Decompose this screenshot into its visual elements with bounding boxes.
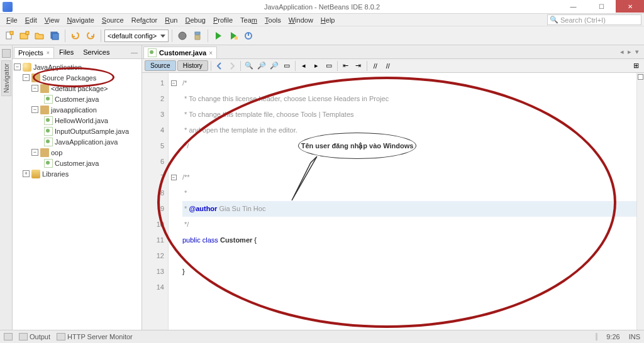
uncomment-button[interactable]: //: [382, 60, 394, 72]
menu-profile[interactable]: Profile: [209, 15, 236, 25]
http-monitor-button[interactable]: HTTP Server Monitor: [57, 333, 133, 340]
debug-button[interactable]: [226, 29, 240, 43]
tree-item-root[interactable]: JavaApplication: [33, 63, 82, 71]
tree-toggle[interactable]: −: [31, 85, 38, 92]
menu-source[interactable]: Source: [98, 15, 128, 25]
tab-list-icon[interactable]: ▾: [635, 48, 639, 56]
menu-window[interactable]: Window: [285, 15, 317, 25]
save-all-button[interactable]: [48, 29, 62, 43]
new-file-button[interactable]: [3, 29, 16, 43]
redo-button[interactable]: [84, 29, 97, 43]
nav-back-button[interactable]: [214, 60, 225, 72]
menu-debug[interactable]: Debug: [181, 15, 209, 25]
code-content[interactable]: /* * To change this license header, choo…: [179, 73, 636, 330]
shift-right-button[interactable]: ⇥: [353, 60, 364, 72]
status-insert-mode: INS: [629, 333, 640, 340]
panel-tabs: Projects× Files Services —: [13, 45, 142, 59]
svg-point-6: [179, 32, 186, 40]
open-button[interactable]: [33, 29, 47, 43]
menu-run[interactable]: Run: [161, 15, 181, 25]
fold-toggle[interactable]: −: [171, 175, 177, 180]
tab-scroll-right-icon[interactable]: ▸: [628, 48, 631, 56]
tree-item-libs[interactable]: Libraries: [42, 170, 69, 178]
menu-file[interactable]: File: [3, 15, 21, 25]
svg-rect-8: [235, 36, 238, 40]
tab-scroll-left-icon[interactable]: ◂: [620, 48, 624, 56]
package-icon: [40, 84, 49, 93]
minimize-button[interactable]: —: [559, 0, 587, 13]
find-next-button[interactable]: 🔎: [269, 60, 280, 72]
tree-item-oop[interactable]: oop: [51, 149, 62, 156]
tree-toggle[interactable]: −: [31, 106, 38, 113]
next-bookmark-button[interactable]: ▸: [311, 60, 322, 72]
menu-help[interactable]: Help: [317, 15, 339, 25]
undo-button[interactable]: [69, 29, 82, 43]
tree-item-defpkg[interactable]: <default package>: [51, 85, 108, 92]
status-expand-button[interactable]: [4, 333, 13, 340]
config-combo[interactable]: <default config>: [104, 30, 169, 42]
clean-build-button[interactable]: [191, 29, 204, 43]
tree-toggle[interactable]: −: [14, 63, 21, 70]
tree-item-customer2[interactable]: Customer.java: [55, 160, 99, 167]
java-file-icon: [44, 159, 53, 168]
prev-bookmark-button[interactable]: ◂: [298, 60, 309, 72]
svg-rect-3: [26, 31, 29, 35]
find-selection-button[interactable]: 🔍: [243, 60, 255, 72]
fold-column: − −: [169, 73, 179, 330]
navigator-tab[interactable]: Navigator: [1, 60, 11, 96]
titlebar: JavaApplication - NetBeans IDE 8.0.2 — ☐…: [0, 0, 644, 14]
tree-item-src[interactable]: Source Packages: [42, 74, 96, 82]
config-label: <default config>: [108, 32, 157, 40]
project-tree[interactable]: −JavaApplication −Source Packages −<defa…: [13, 59, 142, 330]
tree-item-customer[interactable]: Customer.java: [55, 95, 99, 103]
error-stripe[interactable]: [636, 73, 644, 330]
editor-tab-customer[interactable]: Customer.java ×: [143, 46, 217, 58]
progress-indicator: [596, 333, 597, 340]
tab-services[interactable]: Services: [79, 46, 114, 57]
tab-files[interactable]: Files: [55, 46, 78, 57]
tree-item-apppkg[interactable]: javaapplication: [51, 106, 97, 114]
menu-refactor[interactable]: Refactor: [128, 15, 162, 25]
panel-minimize-button[interactable]: —: [128, 48, 140, 56]
build-button[interactable]: [175, 29, 189, 43]
history-view-button[interactable]: History: [177, 60, 208, 71]
toggle-bookmark-button[interactable]: ▭: [323, 60, 335, 72]
quick-search-input[interactable]: 🔍 Search (Ctrl+I): [547, 14, 641, 25]
menu-view[interactable]: View: [41, 15, 64, 25]
output-pane-button[interactable]: Output: [19, 333, 50, 340]
source-view-button[interactable]: Source: [145, 60, 176, 71]
fold-toggle[interactable]: −: [171, 80, 177, 86]
menu-edit[interactable]: Edit: [21, 15, 41, 25]
tree-item-javaapp[interactable]: JavaApplication.java: [55, 138, 118, 146]
tree-item-iosample[interactable]: InputOutputSample.java: [55, 128, 129, 135]
tree-toggle[interactable]: −: [23, 74, 30, 81]
menu-tools[interactable]: Tools: [261, 15, 285, 25]
svg-rect-5: [52, 33, 58, 40]
new-project-button[interactable]: [18, 29, 31, 43]
nav-forward-button[interactable]: [226, 60, 238, 72]
shift-left-button[interactable]: ⇤: [340, 60, 352, 72]
tab-projects[interactable]: Projects×: [14, 47, 54, 58]
run-button[interactable]: [211, 29, 225, 43]
line-gutter: 1234567891011121314: [142, 73, 169, 330]
side-tab-icon[interactable]: [2, 49, 11, 58]
tree-item-hello[interactable]: HellowWorld.java: [55, 117, 108, 124]
java-file-icon: [44, 116, 53, 125]
window-buttons: — ☐ ✕: [559, 0, 644, 13]
find-prev-button[interactable]: 🔎: [256, 60, 267, 72]
menu-team[interactable]: Team: [236, 15, 261, 25]
svg-rect-7: [195, 32, 200, 35]
statusbar: Output HTTP Server Monitor 9:26 INS: [0, 330, 644, 343]
tree-toggle[interactable]: −: [31, 149, 38, 156]
toggle-highlight-button[interactable]: ▭: [281, 60, 292, 72]
comment-button[interactable]: //: [370, 60, 381, 72]
code-editor[interactable]: 1234567891011121314 − − /* * To change t…: [142, 73, 644, 330]
maximize-button[interactable]: ☐: [587, 0, 616, 13]
menu-navigate[interactable]: Navigate: [63, 15, 97, 25]
close-icon[interactable]: ×: [47, 50, 50, 56]
tree-toggle[interactable]: +: [23, 170, 30, 177]
close-icon[interactable]: ×: [209, 50, 213, 57]
profile-button[interactable]: [242, 29, 255, 43]
close-button[interactable]: ✕: [616, 0, 644, 13]
split-button[interactable]: ⊞: [630, 60, 641, 72]
